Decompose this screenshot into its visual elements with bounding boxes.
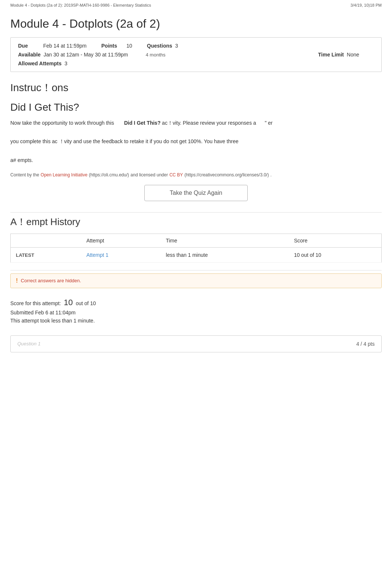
body-bold: Did I Get This? [124, 120, 161, 126]
oli-link[interactable]: Open Learning Initiative [41, 172, 87, 177]
score-section: Score for this attempt: 10 out of 10 Sub… [10, 294, 382, 330]
credit-prefix: Content by the [10, 172, 39, 177]
col-score: Score [289, 234, 381, 247]
main-content: Module 4 - Dotplots (2a of 2) Due Feb 14… [0, 10, 392, 367]
body-quote: " er [265, 120, 272, 126]
instructions-body: Now take the opportunity to work through… [10, 118, 382, 165]
questions-label: Questions [147, 43, 172, 49]
warning-icon: ! [16, 277, 18, 284]
body-before: Now take the opportunity to work through… [10, 120, 114, 126]
months-value: 4 months [146, 52, 165, 58]
question-box: Question 1 4 / 4 pts [10, 335, 382, 352]
score-cell: 10 out of 10 [289, 247, 381, 262]
did-i-get-this-heading: Did I Get This? [10, 101, 382, 113]
datetime: 3/4/19, 10)18 PM [351, 3, 382, 7]
table-row: LATEST Attempt 1 less than 1 minute 10 o… [11, 247, 382, 262]
points-value: 10 [127, 43, 133, 49]
table-header-row: Attempt Time Score [11, 234, 382, 247]
breadcrumb: Module 4 - Dotplots (2a of 2): 2019SP-MA… [10, 3, 151, 7]
content-credit: Content by the Open Learning Initiative … [10, 172, 382, 177]
info-box: Due Feb 14 at 11:59pm Points 10 Question… [10, 37, 382, 72]
score-out-of: out of 10 [76, 300, 96, 306]
info-row-attempts: Allowed Attempts 3 [18, 61, 374, 66]
latest-label: LATEST [11, 247, 81, 262]
due-value: Feb 14 at 11:59pm [43, 43, 87, 49]
score-label: Score for this attempt: [10, 300, 61, 306]
oli-url: (https://oli.cmu.edu/) [89, 172, 129, 177]
attempt-history-title: A！empt History [10, 215, 382, 228]
question-label: Question 1 [17, 341, 41, 346]
allowed-label: Allowed Attempts [18, 61, 62, 66]
questions-value: 3 [175, 43, 178, 49]
top-bar: Module 4 - Dotplots (2a of 2): 2019SP-MA… [0, 0, 392, 10]
allowed-value: 3 [65, 61, 68, 66]
body-after: ac！vity. Please review your responses a [162, 120, 256, 126]
info-row-available: Available Jan 30 at 12am - May 30 at 11:… [18, 52, 374, 58]
attempt-table: Attempt Time Score LATEST Attempt 1 less… [10, 234, 382, 263]
points-label: Points [102, 43, 124, 49]
available-label: Available [18, 52, 41, 58]
warning-box: ! Correct answers are hidden. [10, 273, 382, 288]
score-line: Score for this attempt: 10 out of 10 [10, 298, 382, 307]
submitted-line: Submitted Feb 6 at 11:04pm [10, 310, 382, 315]
attempt-cell: Attempt 1 [81, 247, 161, 262]
body-line3: a# empts. [10, 156, 382, 165]
attempt-link[interactable]: Attempt 1 [86, 252, 109, 258]
cc-url: (https://creativecommons.org/licenses/3.… [185, 172, 269, 177]
time-taken-line: This attempt took less than 1 minute. [10, 318, 382, 324]
question-score: 4 / 4 pts [356, 341, 375, 347]
divider-2 [10, 270, 382, 270]
due-label: Due [18, 43, 40, 49]
time-cell: less than 1 minute [161, 247, 289, 262]
time-limit-value: None [347, 52, 359, 58]
body-line2: you complete this ac ！vity and use the f… [10, 137, 382, 146]
info-row-due: Due Feb 14 at 11:59pm Points 10 Question… [18, 43, 374, 49]
col-time: Time [161, 234, 289, 247]
credit-suffix: . [270, 172, 271, 177]
col-attempt: Attempt [81, 234, 161, 247]
available-value: Jan 30 at 12am - May 30 at 11:59pm [44, 52, 128, 58]
score-number: 10 [64, 298, 73, 307]
col-blank [11, 234, 81, 247]
warning-text: Correct answers are hidden. [21, 278, 81, 283]
cc-link[interactable]: CC BY [169, 172, 183, 177]
module-title: Module 4 - Dotplots (2a of 2) [10, 17, 382, 31]
divider-1 [10, 212, 382, 213]
take-quiz-button[interactable]: Take the Quiz Again [144, 185, 248, 201]
credit-middle: and licensed under [131, 172, 168, 177]
instructions-heading: Instruc！ons [10, 81, 382, 95]
time-limit-label: Time Limit [318, 52, 344, 58]
